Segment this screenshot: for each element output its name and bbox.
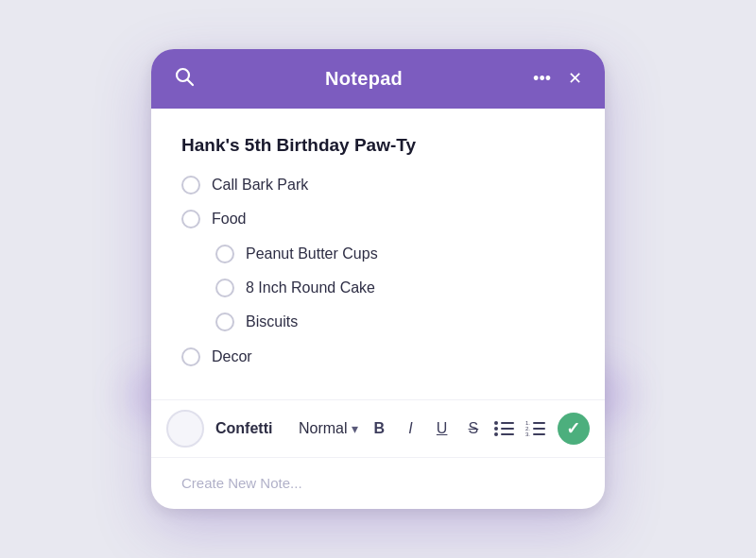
checkbox-biscuits[interactable] <box>215 313 234 331</box>
checklist-item-8-inch-round-cake: 8 Inch Round Cake <box>215 278 575 298</box>
checkbox-8-inch-round-cake[interactable] <box>215 279 234 297</box>
checklist-item-call-bark-park: Call Bark Park <box>181 175 575 195</box>
item-text-peanut-butter-cups: Peanut Butter Cups <box>246 244 378 264</box>
strikethrough-button[interactable]: S <box>459 414 487 444</box>
style-select[interactable]: Normal ▾ <box>299 420 358 437</box>
svg-rect-3 <box>501 422 514 424</box>
create-note-placeholder[interactable]: Create New Note... <box>181 475 302 491</box>
search-icon[interactable] <box>174 66 195 92</box>
checkbox-food[interactable] <box>181 210 200 228</box>
checklist-item-food: Food <box>181 209 575 229</box>
chevron-down-icon: ▾ <box>352 421 358 436</box>
svg-point-6 <box>494 432 498 436</box>
checklist-item-peanut-butter-cups: Peanut Butter Cups <box>215 244 575 264</box>
svg-point-2 <box>494 421 498 425</box>
avatar <box>166 410 204 448</box>
checkbox-call-bark-park[interactable] <box>181 176 200 194</box>
unordered-list-button[interactable] <box>491 414 519 444</box>
notepad-header: Notepad ••• ✕ <box>151 49 605 109</box>
item-text-decor: Decor <box>212 347 252 367</box>
svg-rect-13 <box>533 433 545 435</box>
svg-rect-9 <box>533 422 545 424</box>
more-options-icon[interactable]: ••• <box>533 70 551 87</box>
checkmark-icon: ✓ <box>566 418 580 439</box>
svg-rect-5 <box>501 428 514 430</box>
checklist: Call Bark ParkFoodPeanut Butter Cups8 In… <box>181 175 575 367</box>
checklist-item-biscuits: Biscuits <box>215 312 575 332</box>
underline-button[interactable]: U <box>428 414 455 444</box>
header-actions: ••• ✕ <box>533 70 582 87</box>
item-text-food: Food <box>212 209 246 229</box>
italic-button[interactable]: I <box>397 414 424 444</box>
item-text-call-bark-park: Call Bark Park <box>212 175 308 195</box>
font-name: Confetti <box>215 420 291 437</box>
checklist-item-decor: Decor <box>181 347 575 367</box>
ordered-list-button[interactable]: 1. 2. 3. <box>523 414 550 444</box>
note-title: Hank's 5th Birthday Paw-Ty <box>181 135 575 156</box>
toolbar-row: Confetti Normal ▾ B I U S <box>166 400 590 457</box>
item-text-8-inch-round-cake: 8 Inch Round Cake <box>246 278 375 298</box>
checkbox-decor[interactable] <box>181 347 200 366</box>
style-label: Normal <box>299 420 348 437</box>
item-text-biscuits: Biscuits <box>246 312 298 332</box>
svg-line-1 <box>188 79 194 85</box>
svg-rect-7 <box>501 433 514 435</box>
notepad-wrapper: Notepad ••• ✕ Hank's 5th Birthday Paw-Ty… <box>151 49 605 509</box>
notepad-content: Hank's 5th Birthday Paw-Ty Call Bark Par… <box>151 109 605 399</box>
bold-button[interactable]: B <box>366 414 393 444</box>
close-icon[interactable]: ✕ <box>568 70 582 87</box>
svg-text:3.: 3. <box>525 431 530 437</box>
svg-rect-11 <box>533 428 545 430</box>
notepad-footer: Create New Note... <box>151 457 605 509</box>
svg-point-4 <box>494 427 498 431</box>
toolbar-area: Confetti Normal ▾ B I U S <box>151 399 605 457</box>
notepad-card: Notepad ••• ✕ Hank's 5th Birthday Paw-Ty… <box>151 49 605 509</box>
checkbox-peanut-butter-cups[interactable] <box>215 245 234 263</box>
header-title: Notepad <box>325 68 403 90</box>
confirm-button[interactable]: ✓ <box>558 413 590 445</box>
